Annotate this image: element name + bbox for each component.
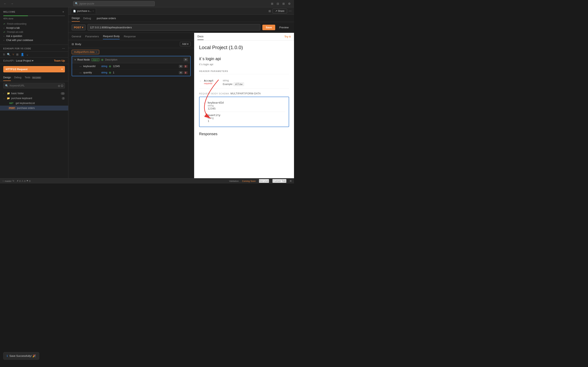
breadcrumb: EchoAPI / Local Project ▾ Team Up [0,58,68,64]
root-node-label: Root Node [77,58,90,61]
schema-arrow-icon: → [203,101,205,104]
star-keyboard-id-button[interactable]: ✱ [179,65,183,68]
info-icon-status: ⚑ [26,180,28,182]
add-icon-quantity[interactable]: ⊕ [109,71,111,74]
pentagon-icon[interactable]: ⬡ [61,84,63,87]
add-field-icon[interactable]: ⊕ [101,58,104,61]
param-name-accept: Accept [204,79,214,82]
tab-bar: 📄 purchase o... × ⊞ ↗ Share ⋯ [68,7,294,15]
progress-text: 40% done [3,17,65,20]
folder-open-icon: 📂 [7,97,10,100]
layout-icon[interactable]: ⊞ [268,9,271,13]
welcome-close-button[interactable]: × [62,10,65,14]
url-input-wrapper [87,24,260,31]
sidebar-search-icons: ◇ ⬡ [58,84,63,87]
grid-sidebar-icon[interactable]: ⊞ [16,53,18,56]
star-quantity-button[interactable]: ✱ [179,71,183,74]
tab-tests[interactable]: Tests No Limits [25,75,41,81]
method-select[interactable]: POST ▾ [72,25,86,30]
chevron-down-icon-tree: ⌄ [3,97,6,100]
url-input[interactable] [90,26,258,29]
tab-request-body[interactable]: Request Body [103,33,120,39]
expand-icon[interactable]: ⌄ [26,53,29,56]
top-bar-right: ⊞ ⊟ ⊞ ⚙ [270,2,292,6]
preview-button[interactable]: Preview [277,25,291,30]
delete-keyboard-id-button[interactable]: 🗑 [183,65,188,68]
action-buttons: ✱ [183,58,188,61]
checklist-item-chat-codebase[interactable]: ○ Chat with your codebase [3,38,65,42]
copy-icon[interactable]: ⎘ [3,53,5,56]
split-view-icon[interactable]: ⊟ [276,2,280,6]
share-button[interactable]: ↗ Share [273,8,287,13]
go-live-button[interactable]: Go Live [259,179,269,183]
star-root-button[interactable]: ✱ [183,58,188,61]
circle-icon: ○ [3,27,4,29]
params-tabs: General Parameters Request Body Response [68,33,194,40]
tree-item-get-keyboards[interactable]: GET get keyboardsList [0,101,68,106]
forward-button[interactable]: → [9,1,15,6]
search-sidebar-icon[interactable]: 🔍 [7,53,10,56]
branch-icon[interactable]: ⑂ [12,53,14,56]
diamond-icon[interactable]: ◇ [58,84,60,87]
form-data-close-icon[interactable]: × [96,51,97,53]
more-options-icon[interactable]: ⋯ [289,9,292,13]
tree-folder-basic[interactable]: › 📁 basic folder 11 [0,91,68,96]
schema-field-keyboard-id: → keyboardId string 12345 [203,100,285,112]
field-key-keyboard-id: keyboardId [83,65,100,68]
schema-box: → keyboardId string 12345 → qua [199,97,289,127]
row-indent-icon: — [79,65,82,67]
echoapi-more-button[interactable]: ⋯ [62,47,65,50]
tab-docs[interactable]: Docs [198,33,204,40]
breadcrumb-path: EchoAPI / Local Project ▾ [3,59,34,62]
try-it-button[interactable]: Try it [285,35,291,38]
sidebar-toggle-icon[interactable]: ⊞ [270,2,274,6]
folder-icon: 📁 [7,92,10,95]
tab-file-icon: 📄 [73,10,76,12]
save-button[interactable]: Save [262,25,275,30]
tree-item-purchase-orders[interactable]: POST purchase orders [0,106,68,110]
grid-icon[interactable]: ⊞ [282,2,286,6]
tab-design[interactable]: Design [3,75,11,81]
tab-debug[interactable]: Debug [14,75,21,81]
breadcrumb-root[interactable]: EchoAPI [3,59,14,62]
search-input[interactable] [79,2,153,5]
tab-parameters[interactable]: Parameters [85,34,99,39]
status-bar: ⑂ master ↻ ✗ 0 ⚠ 0 ⚑ 0 Validation Coming… [0,178,294,184]
checklist-item-accept-tab[interactable]: ○ Accept a tab [3,26,65,30]
body-toolbar: ⊟ Body Add ▾ [68,40,194,48]
request-title: purchase orders [97,17,116,20]
sidebar-toolbar: ⎘ 🔍 ⑂ ⊞ 👤 ⌄ [0,52,68,58]
add-button[interactable]: Add ▾ [180,42,191,46]
tree-toggle-icon[interactable]: ▾ [75,58,76,61]
sync-icon: ↻ [12,180,14,182]
add-icon-keyboard-id[interactable]: ⊕ [109,65,111,68]
left-sidebar: WELCOME × 40% done ✓ Finish onboarding ○… [0,7,68,178]
circle-icon-2: ○ [3,35,4,37]
tab-design-main[interactable]: Design [72,15,80,22]
tab-general[interactable]: General [72,34,81,39]
sidebar-search-input[interactable] [9,84,57,87]
error-count: ✗ 0 ⚠ 0 ⚑ 0 [17,180,30,182]
http-request-button[interactable]: HTTP1/2 Request ▾ [3,66,65,72]
layout-status-icon[interactable]: ⊞ [290,180,292,182]
tab-response[interactable]: Response [124,34,136,39]
chevron-right-icon: ▾ [61,68,62,70]
param-required-badge: required [204,82,220,85]
docs-title: Local Project (1.0.0) [199,45,289,50]
person-icon[interactable]: 👤 [21,53,24,56]
back-button[interactable]: ← [2,1,8,6]
tab-close-button[interactable]: × [93,10,94,12]
settings-icon[interactable]: ⚙ [287,2,292,6]
git-branch[interactable]: ⑂ master ↻ [2,180,14,182]
api-title: it`s login api [199,57,289,61]
checklist-item-ask-question[interactable]: ○ Ask a question [3,34,65,38]
schema-field-keyboard-content: keyboardId string 12345 [208,101,285,110]
schema-type-quantity: string [208,117,285,119]
status-left: ⑂ master ↻ ✗ 0 ⚠ 0 ⚑ 0 [2,180,30,182]
tree-folder-purchase[interactable]: ⌄ 📂 purchase keyboard 2 [0,96,68,101]
active-tab[interactable]: 📄 purchase o... × [71,8,96,14]
tab-debug-main[interactable]: Debug [83,15,91,21]
cursor-tab-button[interactable]: Cursor Tab [272,179,286,183]
delete-quantity-button[interactable]: 🗑 [183,71,188,74]
team-up-button[interactable]: Team Up [54,59,65,62]
